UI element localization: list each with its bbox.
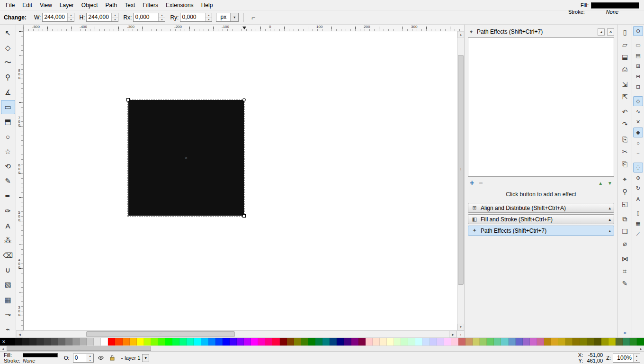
palette-swatch[interactable] <box>165 338 172 346</box>
palette-swatch[interactable] <box>366 338 373 346</box>
palette-swatch[interactable] <box>115 338 122 346</box>
palette-swatch[interactable] <box>244 338 251 346</box>
tool-spiral[interactable]: ⟲ <box>1 160 15 173</box>
selected-rectangle[interactable]: × <box>128 100 244 216</box>
palette-swatch[interactable] <box>637 338 644 346</box>
palette-swatch[interactable] <box>415 338 422 346</box>
undo-button[interactable]: ↶ <box>619 106 631 118</box>
snap-bbox-corners-toggle[interactable]: ⊞ <box>633 61 643 71</box>
dropdown-arrow-icon[interactable]: ▼ <box>230 13 238 21</box>
menu-edit[interactable]: Edit <box>18 1 36 9</box>
palette-swatch[interactable] <box>137 338 144 346</box>
palette-swatch[interactable] <box>87 338 94 346</box>
import-button[interactable]: ⇲ <box>619 79 631 90</box>
tool-ellipse[interactable]: ○ <box>1 130 15 144</box>
palette-swatch[interactable] <box>608 338 616 346</box>
palette-swatch[interactable] <box>572 338 580 346</box>
dock-section-align-and-distribute[interactable]: ⊞Align and Distribute (Shift+Ctrl+A)▴ <box>468 203 614 213</box>
palette-swatch[interactable] <box>480 338 487 346</box>
palette-swatch[interactable] <box>22 338 29 346</box>
palette-swatch[interactable] <box>601 338 608 346</box>
hscroll-track[interactable]: ⋯ <box>23 331 449 337</box>
cut-button[interactable]: ✂ <box>619 146 631 157</box>
palette-swatch[interactable] <box>351 338 358 346</box>
add-effect-button[interactable]: + <box>470 179 474 187</box>
spinner-up-icon[interactable]: ▲ <box>112 13 118 18</box>
tool-tweak[interactable]: 〜 <box>1 56 15 70</box>
palette-swatch[interactable] <box>123 338 130 346</box>
spinner-up-icon[interactable]: ▲ <box>206 13 212 18</box>
ry-spinner-arrows[interactable]: ▲▼ <box>205 13 212 21</box>
remove-effect-button[interactable]: − <box>479 179 483 187</box>
palette-swatch[interactable] <box>373 338 380 346</box>
snap-smooth-nodes-toggle[interactable]: ○ <box>633 138 643 148</box>
palette-swatch[interactable] <box>473 338 480 346</box>
palette-swatch[interactable] <box>72 338 80 346</box>
tool-pencil[interactable]: ✎ <box>1 174 15 188</box>
snap-guides-toggle[interactable]: ⟋ <box>633 229 643 239</box>
tool-3d-box[interactable]: ⬒ <box>1 115 15 129</box>
tool-paint-bucket[interactable]: ∪ <box>1 264 15 277</box>
vscroll-thumb[interactable]: ⋮ <box>458 55 464 284</box>
palette-swatch[interactable] <box>258 338 265 346</box>
palette-swatch[interactable] <box>565 338 572 346</box>
menu-object[interactable]: Object <box>78 1 102 9</box>
palette-swatch[interactable] <box>530 338 537 346</box>
snap-others-toggle[interactable]: ⁛ <box>633 163 643 173</box>
palette-swatch[interactable] <box>344 338 351 346</box>
palette-swatch[interactable] <box>272 338 279 346</box>
palette-none-swatch[interactable]: ✕ <box>0 338 8 346</box>
palette-swatch[interactable] <box>308 338 315 346</box>
palette-swatch[interactable] <box>237 338 244 346</box>
menu-view[interactable]: View <box>36 1 56 9</box>
palette-swatch[interactable] <box>187 338 194 346</box>
menu-path[interactable]: Path <box>102 1 121 9</box>
palette-swatch[interactable] <box>280 338 287 346</box>
snap-bbox-edges-toggle[interactable]: ▤ <box>633 51 643 61</box>
zoom-to-page-button[interactable]: ◱ <box>619 198 631 209</box>
palette-swatch[interactable] <box>108 338 115 346</box>
palette-swatch[interactable] <box>387 338 394 346</box>
palette-swatch[interactable] <box>223 338 230 346</box>
menu-file[interactable]: File <box>2 1 18 9</box>
palette-swatch[interactable] <box>494 338 501 346</box>
spinner-down-icon[interactable]: ▼ <box>634 358 640 362</box>
unlink-clone-button[interactable]: ⌀ <box>619 238 631 249</box>
vertical-ruler[interactable]: 800700600500400300 <box>16 31 24 330</box>
zoom-spinner-arrows[interactable]: ▲▼ <box>633 354 640 362</box>
copy-button[interactable]: ⎘ <box>619 134 631 145</box>
palette-swatch[interactable] <box>36 338 44 346</box>
palette-swatch[interactable] <box>172 338 179 346</box>
print-button[interactable]: ⎙ <box>619 64 631 75</box>
palette-scroll-track[interactable]: ⋯ <box>6 346 638 351</box>
tool-zoom[interactable]: ⚲ <box>1 71 15 84</box>
palette-swatch[interactable] <box>551 338 558 346</box>
palette-swatch[interactable] <box>65 338 72 346</box>
menu-text[interactable]: Text <box>121 1 139 9</box>
hscroll-thumb[interactable]: ⋯ <box>86 331 235 337</box>
palette-swatch[interactable] <box>358 338 366 346</box>
scroll-up-button[interactable]: ▲ <box>457 31 464 38</box>
palette-swatch[interactable] <box>330 338 337 346</box>
palette-swatch[interactable] <box>458 338 465 346</box>
snap-cusp-nodes-toggle[interactable]: ◆ <box>633 127 643 137</box>
effect-list[interactable] <box>468 37 614 177</box>
palette-swatch[interactable] <box>380 338 387 346</box>
opacity-input[interactable]: 0 ▲▼ <box>73 354 94 363</box>
tool-star[interactable]: ☆ <box>1 145 15 158</box>
palette-scroll-left-button[interactable]: ◀ <box>0 346 6 351</box>
w-spinner-arrows[interactable]: ▲▼ <box>67 13 74 21</box>
zoom-to-drawing-button[interactable]: ⚲ <box>619 186 631 197</box>
palette-swatch[interactable] <box>287 338 294 346</box>
palette-swatch[interactable] <box>509 338 516 346</box>
dock-close-button[interactable]: ✕ <box>607 28 614 36</box>
palette-swatch[interactable] <box>130 338 137 346</box>
canvas[interactable]: × <box>24 31 457 330</box>
palette-swatch[interactable] <box>408 338 415 346</box>
horizontal-scrollbar[interactable]: ◀ ⋯ ▶ ⋮ <box>16 330 464 337</box>
dock-collapse-button[interactable]: ◂ <box>598 28 605 36</box>
palette-swatch[interactable] <box>401 338 408 346</box>
palette-scrollbar[interactable]: ◀ ⋯ ▶ <box>0 346 644 351</box>
palette-scroll-thumb[interactable]: ⋯ <box>7 346 151 351</box>
snap-grids-toggle[interactable]: ▦ <box>633 218 643 228</box>
